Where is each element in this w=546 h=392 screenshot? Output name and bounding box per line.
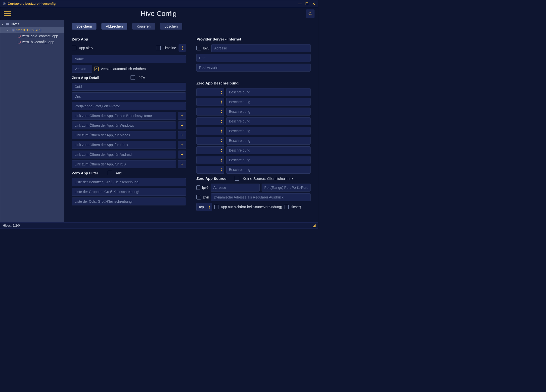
dyn-checkbox[interactable] (196, 195, 201, 199)
link-macos-input[interactable] (72, 131, 176, 139)
link-ios-input[interactable] (72, 160, 176, 168)
app-icon (17, 40, 21, 44)
provider-pool-input[interactable] (196, 64, 311, 72)
coid-input[interactable] (72, 83, 186, 91)
section-description: Zero App Beschreibung (196, 81, 311, 85)
add-link-button[interactable]: + (178, 160, 186, 168)
minimize-button[interactable]: — (298, 1, 302, 6)
desc-input[interactable] (226, 166, 311, 174)
add-link-button[interactable]: + (178, 141, 186, 149)
desc-input[interactable] (226, 88, 311, 96)
name-input[interactable] (72, 55, 186, 63)
spinner-up-icon[interactable]: ▲ (221, 90, 223, 92)
save-button[interactable]: Speichern (72, 23, 96, 30)
desc-input[interactable] (226, 108, 311, 116)
desc-order-spinner[interactable]: ▲▼ (196, 127, 224, 135)
add-link-button[interactable]: + (178, 121, 186, 129)
desc-order-spinner[interactable]: ▲▼ (196, 166, 224, 174)
version-input[interactable] (72, 65, 92, 73)
resize-grip-icon[interactable]: ◢ (313, 223, 316, 228)
link-android-input[interactable] (72, 151, 176, 158)
spinner-up-icon[interactable]: ▲ (221, 100, 223, 102)
desc-input[interactable] (226, 146, 311, 154)
spinner-up-icon[interactable]: ▲ (221, 129, 223, 131)
add-link-button[interactable]: + (178, 131, 186, 139)
close-button[interactable]: ✕ (312, 1, 316, 6)
provider-port-input[interactable] (196, 54, 311, 62)
protocol-select[interactable]: tcp ▲▼ (196, 203, 212, 211)
source-ipv6-checkbox[interactable] (196, 185, 200, 190)
copy-button[interactable]: Kopieren (132, 23, 155, 30)
desc-input[interactable] (226, 127, 311, 135)
provider-ipv6-checkbox[interactable] (196, 46, 201, 50)
desc-order-spinner[interactable]: ▲▼ (196, 156, 224, 164)
add-link-button[interactable]: + (178, 112, 186, 120)
provider-address-input[interactable] (211, 44, 311, 52)
desc-order-spinner[interactable]: ▲▼ (196, 98, 224, 106)
delete-button[interactable]: Löschen (160, 23, 182, 30)
filter-groups-input[interactable] (72, 188, 186, 196)
add-link-button[interactable]: + (178, 151, 186, 158)
spinner-down-icon[interactable]: ▼ (221, 160, 223, 162)
cancel-button[interactable]: Abbrechen (101, 23, 127, 30)
spinner-up-icon[interactable]: ▲ (221, 168, 223, 170)
dns-input[interactable] (72, 92, 186, 100)
filter-all-checkbox[interactable] (108, 171, 112, 175)
tree-node-server[interactable]: ▾ 127.0.0.1:63789 (0, 27, 64, 33)
desc-input[interactable] (226, 117, 311, 125)
spinner-up-icon[interactable]: ▲ (209, 205, 211, 207)
desc-order-spinner[interactable]: ▲▼ (196, 137, 224, 145)
tree-root-hives[interactable]: ▾ Hives (0, 21, 64, 27)
tree-app-item[interactable]: zero_hiveconfig_app (0, 39, 64, 45)
svg-line-2 (311, 14, 312, 15)
more-options-button[interactable] (179, 44, 186, 52)
timeline-checkbox[interactable] (156, 46, 161, 50)
spinner-down-icon[interactable]: ▼ (221, 102, 223, 104)
spinner-down-icon[interactable]: ▼ (221, 170, 223, 172)
source-address-input[interactable] (211, 184, 260, 192)
spinner-up-icon[interactable]: ▲ (221, 158, 223, 160)
spinner-down-icon[interactable]: ▼ (221, 141, 223, 143)
spinner-down-icon[interactable]: ▼ (221, 151, 223, 152)
twofa-checkbox[interactable] (131, 75, 135, 80)
spinner-up-icon[interactable]: ▲ (221, 149, 223, 150)
tree-label: zero_coid_contact_app (22, 34, 58, 38)
timeline-label: Timeline (163, 46, 176, 50)
desc-order-spinner[interactable]: ▲▼ (196, 88, 224, 96)
spinner-down-icon[interactable]: ▼ (221, 121, 223, 123)
link-windows-input[interactable] (72, 121, 176, 129)
spinner-down-icon[interactable]: ▼ (209, 207, 211, 209)
search-button[interactable] (306, 9, 315, 18)
source-port-input[interactable] (262, 184, 311, 192)
visible-on-source-checkbox[interactable] (214, 205, 219, 209)
spinner-down-icon[interactable]: ▼ (221, 131, 223, 133)
dyn-address-input[interactable] (211, 193, 311, 201)
version-auto-checkbox[interactable] (94, 67, 99, 71)
window-title: Cordaware bestzero hiveconfig (8, 2, 56, 5)
menu-icon[interactable] (4, 10, 11, 17)
desc-input[interactable] (226, 98, 311, 106)
spinner-down-icon[interactable]: ▼ (221, 92, 223, 94)
desc-input[interactable] (226, 156, 311, 164)
spinner-up-icon[interactable]: ▲ (221, 119, 223, 121)
twofa-label: 2FA (138, 76, 145, 80)
spinner-up-icon[interactable]: ▲ (221, 139, 223, 141)
desc-order-spinner[interactable]: ▲▼ (196, 146, 224, 154)
sicher-checkbox[interactable] (284, 205, 289, 209)
link-linux-input[interactable] (72, 141, 176, 149)
nosource-checkbox[interactable] (235, 176, 239, 181)
desc-input[interactable] (226, 137, 311, 145)
desc-order-spinner[interactable]: ▲▼ (196, 108, 224, 116)
tree-app-item[interactable]: zero_coid_contact_app (0, 33, 64, 39)
maximize-button[interactable]: ☐ (305, 1, 309, 6)
filter-users-input[interactable] (72, 178, 186, 186)
app-active-checkbox[interactable] (72, 46, 76, 50)
port-range-input[interactable] (72, 102, 186, 110)
link-all-input[interactable] (72, 112, 176, 120)
desc-order-spinner[interactable]: ▲▼ (196, 117, 224, 125)
tree-label: Hives (11, 22, 19, 26)
action-toolbar: Speichern Abbrechen Kopieren Löschen (72, 23, 311, 30)
filter-ous-input[interactable] (72, 197, 186, 205)
spinner-up-icon[interactable]: ▲ (221, 110, 223, 112)
spinner-down-icon[interactable]: ▼ (221, 112, 223, 114)
